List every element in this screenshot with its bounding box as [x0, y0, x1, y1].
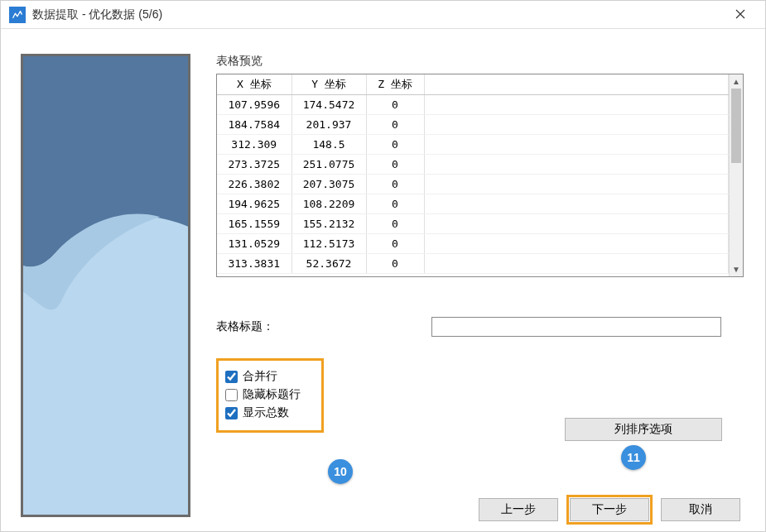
table-row[interactable]: 312.309148.50 — [217, 135, 729, 155]
dialog-window: 数据提取 - 优化数据 (5/6) 表格预览 — [0, 0, 766, 532]
cell-x[interactable]: 313.3831 — [217, 254, 291, 274]
data-table: X 坐标 Y 坐标 Z 坐标 107.9596174.54720184.7584… — [217, 74, 729, 274]
cell-y[interactable]: 112.5173 — [291, 234, 366, 254]
dialog-body: 表格预览 X 坐标 Y 坐标 Z 坐标 — [1, 29, 765, 531]
titlebar: 数据提取 - 优化数据 (5/6) — [1, 1, 765, 29]
table-row[interactable]: 313.383152.36720 — [217, 254, 729, 274]
vertical-scrollbar[interactable]: ▲ ▼ — [729, 74, 743, 276]
callout-badge-11: 11 — [621, 445, 646, 470]
cell-y[interactable]: 251.0775 — [291, 155, 366, 175]
hide-header-checkbox[interactable]: 隐藏标题行 — [225, 387, 313, 402]
scroll-track[interactable] — [730, 89, 743, 262]
table-row[interactable]: 226.3802207.30750 — [217, 175, 729, 194]
table-row[interactable]: 107.9596174.54720 — [217, 95, 729, 115]
cell-z[interactable]: 0 — [366, 234, 424, 254]
cell-x[interactable]: 312.309 — [217, 135, 291, 155]
cell-z[interactable]: 0 — [366, 95, 424, 115]
cell-fill — [424, 115, 729, 135]
cell-x[interactable]: 131.0529 — [217, 234, 291, 254]
table-row[interactable]: 165.1559155.21320 — [217, 214, 729, 234]
page-preview-thumbnail — [21, 54, 190, 517]
table-title-label: 表格标题： — [216, 319, 431, 334]
cell-z[interactable]: 0 — [366, 214, 424, 234]
table-row[interactable]: 131.0529112.51730 — [217, 234, 729, 254]
cell-x[interactable]: 165.1559 — [217, 214, 291, 234]
checkbox-group-highlight: 合并行 隐藏标题行 显示总数 — [216, 358, 324, 433]
cell-y[interactable]: 148.5 — [291, 135, 366, 155]
cell-y[interactable]: 155.2132 — [291, 214, 366, 234]
cell-x[interactable]: 273.3725 — [217, 155, 291, 175]
cell-x[interactable]: 226.3802 — [217, 175, 291, 194]
hide-header-label: 隐藏标题行 — [243, 387, 301, 402]
cell-z[interactable]: 0 — [366, 135, 424, 155]
cell-z[interactable]: 0 — [366, 194, 424, 214]
table-preview-label: 表格预览 — [216, 54, 744, 69]
cell-y[interactable]: 201.937 — [291, 115, 366, 135]
table-preview: X 坐标 Y 坐标 Z 坐标 107.9596174.54720184.7584… — [216, 74, 744, 277]
cell-y[interactable]: 52.3672 — [291, 254, 366, 274]
show-total-input[interactable] — [225, 407, 238, 419]
scroll-up-icon[interactable]: ▲ — [730, 74, 743, 89]
col-header-z[interactable]: Z 坐标 — [366, 74, 424, 95]
window-title: 数据提取 - 优化数据 (5/6) — [32, 7, 162, 22]
show-total-checkbox[interactable]: 显示总数 — [225, 405, 313, 420]
column-sort-options-button[interactable]: 列排序选项 — [565, 418, 722, 441]
cell-fill — [424, 95, 729, 115]
cell-y[interactable]: 108.2209 — [291, 194, 366, 214]
merge-rows-label: 合并行 — [243, 369, 277, 384]
show-total-label: 显示总数 — [243, 405, 289, 420]
cell-z[interactable]: 0 — [366, 155, 424, 175]
cell-fill — [424, 194, 729, 214]
scroll-down-icon[interactable]: ▼ — [730, 262, 743, 276]
table-row[interactable]: 184.7584201.9370 — [217, 115, 729, 135]
merge-rows-input[interactable] — [225, 371, 238, 383]
merge-rows-checkbox[interactable]: 合并行 — [225, 369, 313, 384]
next-button[interactable]: 下一步 — [570, 498, 649, 521]
cell-z[interactable]: 0 — [366, 175, 424, 194]
cell-z[interactable]: 0 — [366, 115, 424, 135]
col-header-y[interactable]: Y 坐标 — [291, 74, 366, 95]
col-header-x[interactable]: X 坐标 — [217, 74, 291, 95]
cell-x[interactable]: 107.9596 — [217, 95, 291, 115]
col-header-fill — [424, 74, 729, 95]
cell-fill — [424, 175, 729, 194]
prev-button[interactable]: 上一步 — [479, 498, 558, 521]
table-title-input[interactable] — [431, 317, 721, 337]
cell-y[interactable]: 174.5472 — [291, 95, 366, 115]
cell-x[interactable]: 184.7584 — [217, 115, 291, 135]
right-pane: 表格预览 X 坐标 Y 坐标 Z 坐标 — [216, 54, 744, 521]
cell-fill — [424, 234, 729, 254]
table-row[interactable]: 273.3725251.07750 — [217, 155, 729, 175]
table-row[interactable]: 194.9625108.22090 — [217, 194, 729, 214]
cancel-button[interactable]: 取消 — [661, 498, 740, 521]
hide-header-input[interactable] — [225, 389, 238, 401]
table-title-row: 表格标题： — [216, 317, 744, 337]
wizard-button-row: 上一步 下一步 取消 — [479, 498, 740, 521]
cell-z[interactable]: 0 — [366, 254, 424, 274]
cell-x[interactable]: 194.9625 — [217, 194, 291, 214]
cell-fill — [424, 254, 729, 274]
close-icon[interactable] — [724, 7, 757, 22]
cell-fill — [424, 135, 729, 155]
callout-badge-10: 10 — [328, 459, 353, 484]
cell-fill — [424, 155, 729, 175]
scroll-thumb[interactable] — [731, 89, 741, 163]
table-header-row: X 坐标 Y 坐标 Z 坐标 — [217, 74, 729, 95]
cell-fill — [424, 214, 729, 234]
cell-y[interactable]: 207.3075 — [291, 175, 366, 194]
app-icon — [9, 7, 26, 23]
